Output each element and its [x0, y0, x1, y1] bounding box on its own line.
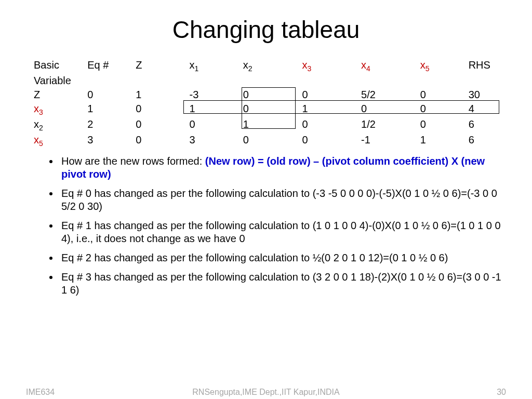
cell: 3 — [87, 133, 136, 149]
row-label: x2 — [34, 117, 87, 133]
table-row: Z 0 1 -3 0 0 5/2 0 30 — [34, 88, 506, 102]
table-row: x5 3 0 3 0 0 -1 1 6 — [34, 133, 506, 149]
slide-title: Changing tableau — [26, 16, 506, 44]
header-x1: x1 — [190, 58, 243, 74]
header-x5: x5 — [420, 58, 469, 74]
cell: 0 — [420, 102, 469, 117]
table-row: x3 1 0 1 0 1 0 0 4 — [34, 102, 506, 117]
notes-list: How are the new rows formed: (New row) =… — [26, 155, 506, 297]
note-prefix: How are the new rows formed: — [61, 155, 205, 167]
cell: 0 — [302, 88, 361, 102]
cell: -1 — [361, 133, 420, 149]
cell: 1 — [190, 102, 243, 117]
header-x4: x4 — [361, 58, 420, 74]
cell: 4 — [469, 102, 506, 117]
row-label: Z — [34, 88, 87, 102]
table-row: x2 2 0 0 1 0 1/2 0 6 — [34, 117, 506, 133]
note-item: Eq # 3 has changed as per the following … — [59, 271, 506, 297]
cell: 0 — [420, 88, 469, 102]
table-subheader-row: Variable — [34, 74, 506, 88]
note-item: How are the new rows formed: (New row) =… — [59, 155, 506, 181]
cell: 1 — [87, 102, 136, 117]
cell: 0 — [243, 102, 302, 117]
cell: 0 — [243, 133, 302, 149]
cell: 1 — [420, 133, 469, 149]
cell: 0 — [420, 117, 469, 133]
footer-page-number: 30 — [497, 388, 506, 397]
cell: 0 — [361, 102, 420, 117]
cell: 3 — [190, 133, 243, 149]
note-item: Eq # 1 has changed as per the following … — [59, 219, 506, 245]
cell: 0 — [302, 117, 361, 133]
cell: 0 — [87, 88, 136, 102]
subheader-variable: Variable — [34, 74, 87, 88]
cell: 30 — [469, 88, 506, 102]
cell: 1 — [243, 117, 302, 133]
cell: 1/2 — [361, 117, 420, 133]
footer-center: RNSengupta,IME Dept.,IIT Kapur,INDIA — [26, 388, 506, 397]
header-z: Z — [136, 58, 189, 74]
row-label: x3 — [34, 102, 87, 117]
cell: -3 — [190, 88, 243, 102]
cell: 1 — [136, 88, 189, 102]
header-eq: Eq # — [87, 58, 136, 74]
header-x3: x3 — [302, 58, 361, 74]
cell: 6 — [469, 133, 506, 149]
cell: 2 — [87, 117, 136, 133]
cell: 0 — [136, 117, 189, 133]
note-item: Eq # 0 has changed as per the following … — [59, 187, 506, 213]
cell: 0 — [302, 133, 361, 149]
cell: 6 — [469, 117, 506, 133]
simplex-tableau: Basic Eq # Z x1 x2 x3 x4 x5 RHS Variable… — [34, 58, 506, 149]
cell: 5/2 — [361, 88, 420, 102]
header-rhs: RHS — [469, 58, 506, 74]
cell: 0 — [243, 88, 302, 102]
header-basic: Basic — [34, 58, 87, 74]
row-label: x5 — [34, 133, 87, 149]
table-header-row: Basic Eq # Z x1 x2 x3 x4 x5 RHS — [34, 58, 506, 74]
note-item: Eq # 2 has changed as per the following … — [59, 251, 506, 264]
cell: 0 — [136, 102, 189, 117]
cell: 1 — [302, 102, 361, 117]
cell: 0 — [136, 133, 189, 149]
cell: 0 — [190, 117, 243, 133]
header-x2: x2 — [243, 58, 302, 74]
